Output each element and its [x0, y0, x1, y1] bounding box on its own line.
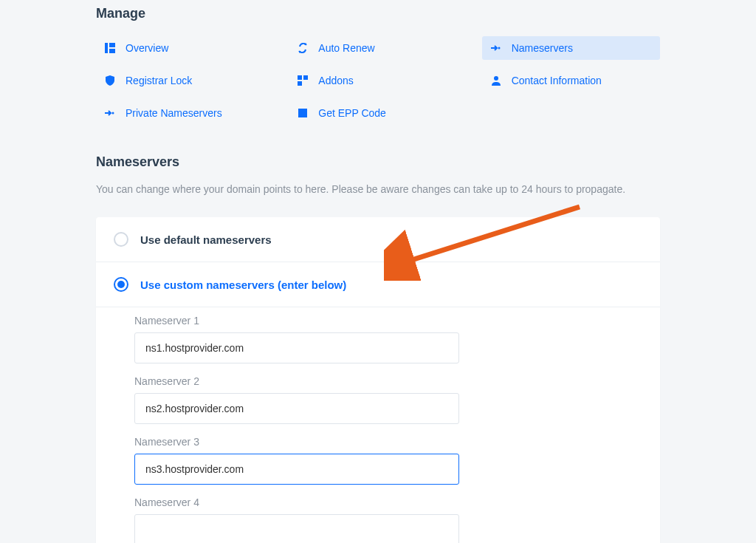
svg-point-3: [498, 47, 500, 49]
nav-label: Addons: [318, 75, 353, 86]
refresh-icon: [298, 43, 308, 53]
nav-overview[interactable]: Overview: [96, 36, 274, 60]
nameserver-3-label: Nameserver 3: [134, 436, 622, 448]
nameserver-form-area: Nameserver 1 Nameserver 2 Nameserver 3 N…: [96, 307, 660, 543]
svg-rect-5: [303, 75, 308, 80]
nameserver-2-label: Nameserver 2: [134, 375, 622, 387]
nav-label: Nameservers: [512, 42, 573, 54]
svg-rect-2: [109, 49, 115, 53]
svg-rect-4: [298, 75, 302, 80]
grid-icon: [298, 75, 308, 86]
share-icon: [491, 43, 501, 53]
nameserver-3-input[interactable]: [134, 454, 459, 485]
svg-point-8: [112, 112, 114, 115]
nav-label: Overview: [126, 42, 168, 54]
nav-registrar-lock[interactable]: Registrar Lock: [96, 69, 274, 92]
nav-addons[interactable]: Addons: [289, 69, 467, 92]
nav-label: Get EPP Code: [318, 107, 386, 119]
radio-default-nameservers[interactable]: Use default nameservers: [96, 217, 660, 262]
svg-rect-0: [105, 43, 108, 53]
radio-label: Use default nameservers: [140, 233, 272, 246]
share-icon: [105, 108, 115, 118]
nav-label: Auto Renew: [318, 42, 374, 54]
overview-icon: [105, 43, 115, 53]
nav-nameservers[interactable]: Nameservers: [482, 36, 660, 60]
svg-point-7: [494, 76, 498, 81]
nav-auto-renew[interactable]: Auto Renew: [289, 36, 467, 60]
radio-circle-unselected-icon: [114, 232, 128, 247]
nav-get-epp-code[interactable]: Get EPP Code: [289, 101, 467, 125]
manage-nav-grid: Overview Auto Renew Nameservers Registra…: [96, 36, 660, 125]
page-description: You can change where your domain points …: [96, 183, 660, 195]
nameserver-1-label: Nameserver 1: [134, 315, 622, 327]
nav-contact-info[interactable]: Contact Information: [482, 69, 660, 92]
radio-label: Use custom nameservers (enter below): [140, 279, 346, 291]
manage-section-title: Manage: [96, 6, 660, 21]
svg-rect-9: [298, 109, 307, 117]
nav-label: Registrar Lock: [126, 75, 192, 86]
radio-circle-selected-icon: [114, 277, 128, 292]
page-title: Nameservers: [96, 154, 660, 170]
nameserver-4-label: Nameserver 4: [134, 496, 622, 508]
nameserver-2-input[interactable]: [134, 393, 459, 424]
nameserver-4-input[interactable]: [134, 514, 459, 543]
radio-custom-nameservers[interactable]: Use custom nameservers (enter below): [96, 262, 660, 307]
nav-label: Contact Information: [512, 75, 602, 86]
person-icon: [491, 75, 501, 86]
nameservers-card: Use default nameservers Use custom names…: [96, 217, 660, 543]
svg-rect-6: [298, 81, 302, 86]
svg-rect-1: [109, 43, 115, 47]
nameserver-1-input[interactable]: [134, 332, 459, 363]
nav-private-nameservers[interactable]: Private Nameservers: [96, 101, 274, 125]
square-icon: [298, 108, 308, 118]
shield-icon: [105, 75, 115, 86]
nav-label: Private Nameservers: [126, 107, 222, 119]
